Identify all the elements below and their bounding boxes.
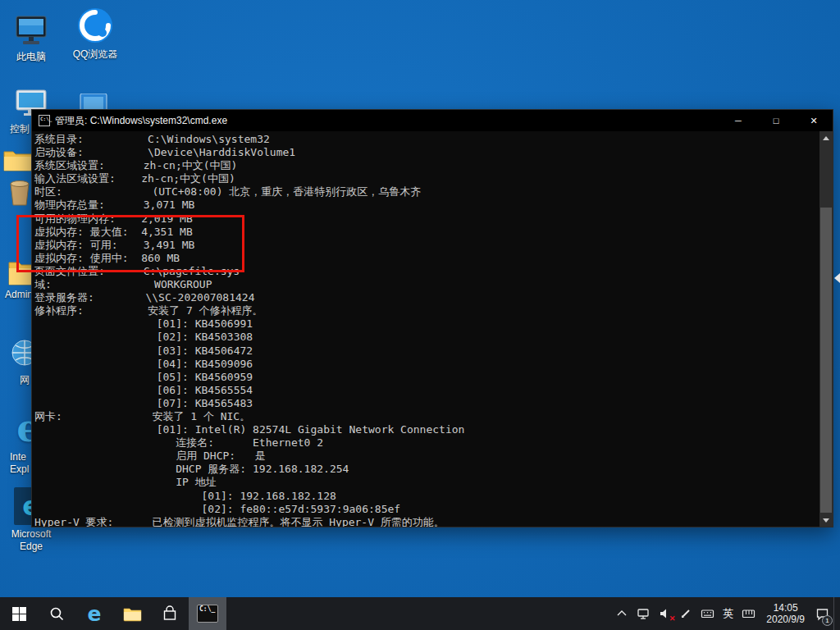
keyboard-icon [701,607,714,620]
console-output: 系统目录: C:\Windows\system32 启动设备: \Device\… [32,131,833,527]
clock-time: 14:05 [766,602,805,614]
show-desktop-button[interactable] [833,597,838,630]
console-area[interactable]: 系统目录: C:\Windows\system32 启动设备: \Device\… [32,131,833,527]
windows-logo-icon [12,607,26,621]
taskbar: e C:\_ [0,597,840,630]
close-button[interactable]: ✕ [795,110,833,131]
scrollbar-thumb[interactable] [820,208,832,513]
ime-language-label: 英 [723,606,733,621]
cmd-titlebar-icon: C:\_ [39,115,50,126]
this-pc-icon [0,7,62,48]
tray-pen-button[interactable] [675,597,696,630]
desktop-icon-label: Microsoft Edge [0,528,62,553]
edge-icon: e [88,602,102,626]
notification-badge: 1 [822,615,833,626]
tray-keyboard-button[interactable] [696,597,719,630]
file-explorer-icon [123,606,142,622]
tray-network-button[interactable] [632,597,654,630]
desktop: 此电脑 QQ浏览器 控制 [0,0,840,630]
volume-muted-badge: ✕ [669,614,676,623]
taskbar-store-button[interactable] [151,597,189,630]
desktop-icon-qq-browser[interactable]: QQ浏览器 [64,4,126,61]
tray-chevron-button[interactable] [611,597,632,630]
console-scrollbar[interactable] [819,131,833,527]
qq-browser-icon [64,4,126,45]
scroll-down-arrow-icon[interactable] [819,514,833,527]
store-icon [162,605,178,622]
desktop-icon-partial-folder[interactable] [2,144,34,172]
cmd-icon: C:\_ [197,605,218,623]
desktop-icon-this-pc[interactable]: 此电脑 [0,7,62,63]
touch-keyboard-icon [742,607,756,620]
taskbar-clock[interactable]: 14:05 2020/9/9 [760,602,811,625]
annotation-red-box [16,215,244,272]
taskbar-file-explorer-button[interactable] [113,597,151,630]
network-icon [637,607,650,620]
start-button[interactable] [0,597,38,630]
edge-flyout-arrow[interactable] [834,273,840,283]
cmd-titlebar[interactable]: C:\_ 管理员: C:\Windows\system32\cmd.exe ─ … [32,110,833,131]
system-tray: ✕ 英 [611,597,840,630]
tray-ime-button[interactable]: 英 [719,597,737,630]
desktop-icon-partial-bin[interactable] [5,176,34,207]
desktop-icon-label: 此电脑 [0,51,62,63]
window-title: 管理员: C:\Windows\system32\cmd.exe [55,114,719,128]
maximize-button[interactable]: □ [757,110,795,131]
taskbar-cmd-button[interactable]: C:\_ [189,597,226,630]
clock-date: 2020/9/9 [766,614,805,625]
taskbar-edge-button[interactable]: e [75,597,113,630]
notification-center-button[interactable]: 1 [811,597,833,630]
cmd-window[interactable]: C:\_ 管理员: C:\Windows\system32\cmd.exe ─ … [31,109,833,527]
chevron-up-icon [615,607,628,620]
scroll-up-arrow-icon[interactable] [819,131,833,144]
folder-icon [2,144,34,172]
desktop-icon-label: QQ浏览器 [64,48,126,61]
tray-volume-button[interactable]: ✕ [654,597,675,630]
search-button[interactable] [38,597,75,630]
recycle-bin-icon [5,176,34,207]
pen-icon [679,607,692,620]
tray-touch-keyboard-button[interactable] [737,597,760,630]
search-icon [49,606,64,621]
minimize-button[interactable]: ─ [719,110,757,131]
taskbar-apps: e C:\_ [0,597,226,630]
